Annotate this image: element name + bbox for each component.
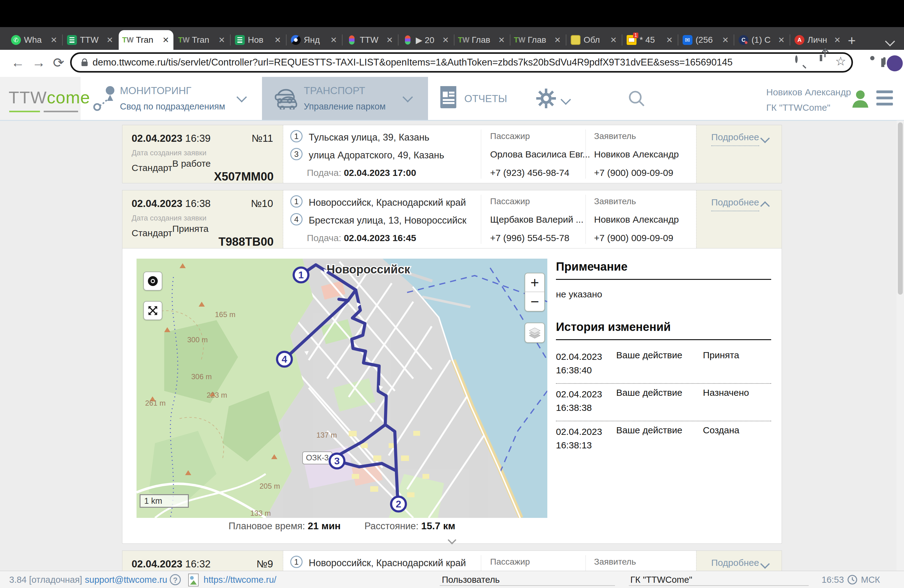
browser-tab-active-transport[interactable]: Tran✕ [119, 30, 174, 50]
browser-tab-cloud[interactable]: Обл✕ [566, 30, 621, 50]
tab-close-icon[interactable]: ✕ [778, 35, 785, 45]
browser-tab-notify[interactable]: (1) С✕ [734, 30, 789, 50]
scrollbar-thumb[interactable] [898, 122, 903, 295]
request-card-10: 02.04.2023 16:38 №10 Дата создания заявк… [122, 190, 782, 248]
collapse-chevron-icon[interactable] [448, 536, 456, 544]
whatsapp-icon [11, 35, 21, 45]
note-text: не указано [556, 289, 602, 300]
tab-close-icon[interactable]: ✕ [386, 35, 393, 45]
chevron-down-icon[interactable] [760, 133, 770, 143]
passenger-name: Орлова Василиса Евг... [490, 149, 590, 160]
user-org[interactable]: ГК "TTWCome" [766, 103, 830, 113]
browser-tab-sheets2[interactable]: Нов✕ [231, 30, 285, 50]
zoom-in-button[interactable]: + [525, 273, 544, 292]
cars-icon [273, 86, 299, 109]
supply-label: Подача: [307, 233, 341, 243]
tab-close-icon[interactable]: ✕ [722, 35, 729, 45]
bookmark-star-icon[interactable]: ☆ [835, 54, 846, 68]
requester-label: Заявитель [594, 131, 636, 141]
ttwcome-logo[interactable]: TTWcome [9, 87, 90, 107]
details-link[interactable]: Подробнее [711, 197, 759, 211]
tab-search-chevron-icon[interactable] [885, 36, 895, 46]
nav-monitoring[interactable]: МОНИТОРИНГ Свод по подразделениям [81, 77, 262, 120]
route-map[interactable]: 165 m 300 m 306 m 261 m 223 m 137 m 205 … [136, 259, 547, 518]
details-link[interactable]: Подробнее [711, 558, 759, 572]
chevron-up-icon[interactable] [760, 201, 770, 211]
browser-tab-yandex[interactable]: Янд✕ [286, 30, 341, 50]
share-icon[interactable] [820, 55, 822, 61]
zoom-out-button[interactable]: − [525, 292, 544, 311]
layers-button[interactable] [525, 322, 545, 343]
history-row: 02.04.202316:38:40 Ваше действие Принята [556, 350, 771, 383]
reload-button[interactable]: ⟳ [53, 55, 64, 70]
supply-time: 02.04.2023 16:45 [344, 233, 416, 243]
forward-button[interactable]: → [32, 55, 46, 70]
fullscreen-button[interactable] [143, 301, 162, 320]
request-time: 16:38 [185, 198, 211, 209]
tab-close-icon[interactable]: ✕ [498, 35, 505, 45]
tab-close-icon[interactable]: ✕ [162, 35, 169, 45]
back-button[interactable]: ← [11, 55, 25, 70]
tab-close-icon[interactable]: ✕ [51, 35, 57, 45]
expand-arrows-icon [148, 305, 158, 316]
browser-tab-yandex-mail[interactable]: * 45✕ [622, 30, 677, 50]
address-bar[interactable] [70, 52, 853, 73]
browser-tab-figma2[interactable]: ▶ 20✕ [398, 30, 453, 50]
menu-burger-icon[interactable] [876, 90, 893, 93]
tab-close-icon[interactable]: ✕ [106, 35, 113, 45]
zoom-page-icon[interactable] [795, 55, 798, 63]
ttwcome-favicon [123, 35, 133, 45]
map-scale-bar: 1 km [140, 494, 189, 508]
request-summary-cell: 02.04.2023 16:38 №10 Дата создания заявк… [122, 190, 283, 248]
url-input[interactable] [92, 57, 844, 68]
passenger-name: Щербаков Валерий ... [490, 214, 583, 225]
request-number: №9 [233, 558, 273, 570]
details-link[interactable]: Подробнее [711, 132, 759, 146]
requester-name: Новиков Александр [594, 149, 679, 160]
geolocate-button[interactable] [143, 272, 162, 291]
browser-tab-glav2[interactable]: Глав✕ [510, 30, 565, 50]
nav-reports[interactable]: ОТЧЕТЫ [428, 77, 520, 120]
gear-icon[interactable] [536, 88, 556, 109]
tab-close-icon[interactable]: ✕ [218, 35, 225, 45]
browser-tab-glav1[interactable]: Глав✕ [454, 30, 509, 50]
tab-close-icon[interactable]: ✕ [274, 35, 281, 45]
browser-tab-figma1[interactable]: TTW✕ [343, 30, 397, 50]
logo-underline-gray [44, 111, 78, 112]
request-date: 02.04.2023 [131, 198, 182, 209]
tab-close-icon[interactable]: ✕ [330, 35, 337, 45]
browser-tab-mailru[interactable]: (256✕ [678, 30, 733, 50]
point-2-circle: 4 [290, 213, 303, 225]
tab-close-icon[interactable]: ✕ [554, 35, 561, 45]
created-label: Дата создания заявки [131, 214, 206, 222]
tab-close-icon[interactable]: ✕ [666, 35, 673, 45]
browser-tab-transport2[interactable]: Tran✕ [175, 30, 229, 50]
figma-icon [347, 35, 357, 45]
user-name[interactable]: Новиков Александр [766, 87, 851, 98]
chevron-down-icon[interactable] [561, 95, 571, 105]
tab-close-icon[interactable]: ✕ [610, 35, 617, 45]
browser-tab-sheets[interactable]: TTW✕ [63, 30, 117, 50]
tab-close-icon[interactable]: ✕ [834, 35, 841, 45]
help-icon[interactable]: ? [170, 574, 181, 585]
user-person-icon[interactable] [851, 89, 869, 109]
elevation-label: 223 m [207, 391, 227, 399]
support-email-link[interactable]: support@ttwcome.ru [85, 571, 167, 588]
lock-icon[interactable] [82, 62, 88, 66]
new-tab-button[interactable]: + [843, 33, 860, 49]
profile-avatar[interactable] [887, 55, 903, 71]
image-icon[interactable] [188, 574, 199, 586]
browser-tab-personal[interactable]: Личн✕ [790, 30, 845, 50]
tab-close-icon[interactable]: ✕ [442, 35, 449, 45]
browser-tab-whatsapp[interactable]: Wha✕ [7, 30, 62, 50]
route-pin-icon [93, 85, 117, 112]
figma-icon [403, 35, 412, 45]
side-panel-icon[interactable] [883, 57, 885, 65]
site-link[interactable]: https://ttwcome.ru/ [204, 571, 277, 588]
request-date: 02.04.2023 [131, 558, 182, 569]
chevron-down-icon[interactable] [760, 559, 770, 569]
tariff: Стандарт [131, 163, 172, 173]
nav-transport-active[interactable]: ТРАНСПОРТ Управление парком [262, 77, 428, 120]
spreadsheet-icon [235, 35, 245, 45]
passenger-label: Пассажир [490, 131, 530, 141]
